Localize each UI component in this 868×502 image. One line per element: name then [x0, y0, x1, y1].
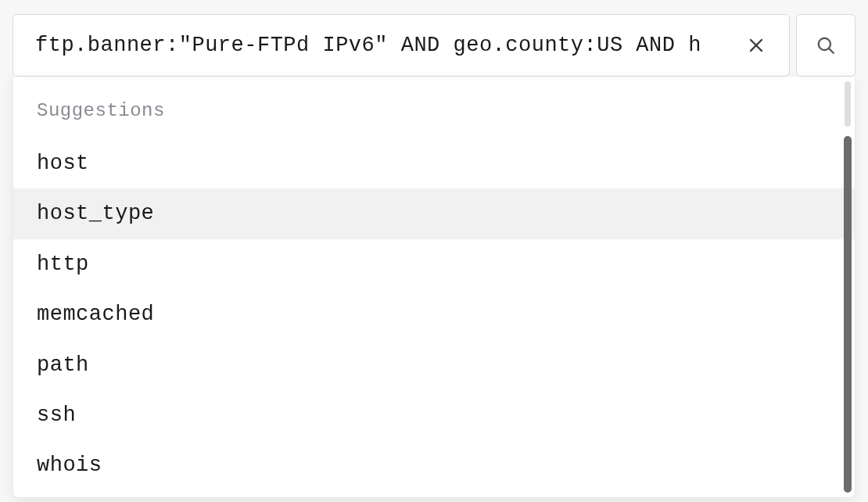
suggestion-label: whois — [37, 454, 102, 477]
suggestions-header: Suggestions — [13, 77, 855, 138]
suggestions-inner: Suggestions host host_type http memcache… — [13, 77, 855, 497]
svg-line-3 — [829, 48, 834, 53]
suggestion-item[interactable]: whois — [13, 440, 855, 490]
suggestion-label: http — [37, 253, 89, 276]
suggestion-item[interactable]: path — [13, 340, 855, 390]
suggestion-item[interactable]: host — [13, 138, 855, 188]
clear-button[interactable] — [739, 28, 773, 63]
suggestion-item[interactable]: http — [13, 239, 855, 289]
scrollbar-thumb[interactable] — [844, 136, 852, 493]
suggestion-label: memcached — [37, 303, 154, 326]
search-icon — [816, 35, 836, 56]
suggestion-label: host_type — [37, 202, 154, 225]
close-icon — [747, 36, 766, 55]
search-input[interactable] — [35, 34, 739, 57]
scrollbar-track-segment — [845, 81, 851, 127]
search-box — [13, 14, 790, 77]
suggestion-label: path — [37, 353, 89, 377]
search-row — [13, 14, 855, 77]
suggestion-item[interactable]: host_type — [13, 188, 855, 238]
suggestion-label: host — [37, 152, 89, 175]
suggestions-dropdown: Suggestions host host_type http memcache… — [13, 77, 855, 498]
suggestion-item[interactable]: memcached — [13, 289, 855, 339]
search-container — [0, 0, 868, 77]
scrollbar[interactable] — [842, 81, 853, 493]
suggestion-label: ssh — [37, 403, 76, 427]
suggestion-item[interactable]: ssh — [13, 390, 855, 440]
search-button[interactable] — [796, 14, 855, 77]
